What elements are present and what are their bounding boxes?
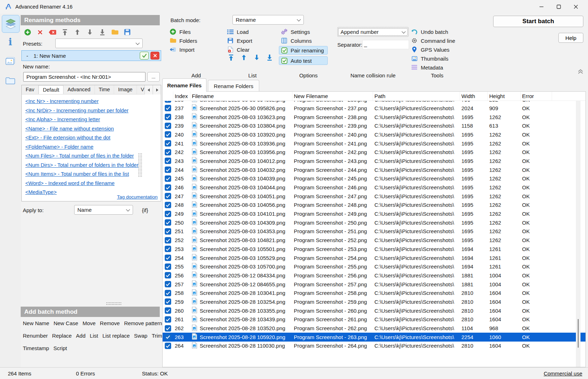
row-checkbox[interactable]: [163, 114, 173, 120]
tag-link[interactable]: <Num Dirs> - Total number of folders in …: [25, 161, 157, 170]
tag-link[interactable]: <Inc Nr> - Incrementing number: [25, 97, 157, 106]
tag-documentation-link[interactable]: Tag documentation: [117, 194, 158, 200]
settings-button[interactable]: Settings: [281, 28, 328, 35]
close-button[interactable]: [567, 0, 584, 14]
row-checkbox[interactable]: [163, 202, 173, 208]
add-folders-button[interactable]: Folders: [169, 37, 197, 44]
table-row[interactable]: 251Screenshot 2025-08-03 104353.pngProgr…: [163, 227, 586, 236]
row-checkbox[interactable]: [163, 175, 173, 182]
folder-view-button[interactable]: [0, 77, 21, 85]
row-checkbox[interactable]: [163, 334, 173, 340]
minimize-button[interactable]: [533, 0, 550, 14]
table-row[interactable]: 260Screenshot 2025-08-28 103355.pngProgr…: [163, 306, 586, 315]
start-batch-button[interactable]: Start batch: [493, 16, 583, 27]
tag-link[interactable]: <Name> - File name without extension: [25, 124, 157, 134]
row-checkbox[interactable]: [163, 307, 173, 314]
batch-method-swap[interactable]: Swap: [134, 333, 148, 339]
table-row[interactable]: 261Screenshot 2025-08-28 103439.pngProgr…: [163, 315, 586, 324]
help-button[interactable]: Help: [558, 33, 583, 43]
tag-link[interactable]: <Word> - Indexed word of the filename: [25, 179, 157, 188]
table-row[interactable]: 262Screenshot 2025-08-28 103520.pngProgr…: [163, 324, 586, 333]
clear-methods-icon-button[interactable]: [48, 28, 56, 36]
table-row[interactable]: 238Screenshot 2025-08-03 103623.pngProgr…: [163, 113, 586, 122]
table-row[interactable]: 263Screenshot 2025-08-28 105920.pngProgr…: [163, 333, 586, 342]
move-file-down-button[interactable]: [254, 55, 259, 62]
table-row[interactable]: 257Screenshot 2025-08-12 084655.pngProgr…: [163, 280, 586, 289]
row-checkbox[interactable]: [163, 140, 173, 147]
row-checkbox[interactable]: [163, 211, 173, 217]
info-view-button[interactable]: i: [0, 37, 21, 47]
command-line-button[interactable]: Command line: [411, 37, 455, 44]
vertical-splitter-handle[interactable]: [138, 153, 142, 177]
batch-method-list[interactable]: List: [90, 333, 98, 339]
table-row[interactable]: 250Screenshot 2025-08-03 104309.pngProgr…: [163, 218, 586, 227]
table-row[interactable]: 244Screenshot 2025-08-03 104032.pngProgr…: [163, 165, 586, 174]
row-checkbox[interactable]: [163, 101, 173, 103]
row-checkbox[interactable]: [163, 325, 173, 332]
row-checkbox[interactable]: [163, 281, 173, 287]
remove-method-button[interactable]: [36, 28, 44, 36]
tag-link[interactable]: <FolderName> - Folder name: [25, 143, 157, 152]
renaming-methods-view-button[interactable]: [2, 15, 20, 33]
col-height[interactable]: Height: [488, 92, 521, 101]
collapse-toolbar-button[interactable]: [578, 69, 583, 75]
move-file-bottom-button[interactable]: [267, 55, 272, 62]
tab-rename-files[interactable]: Rename Files: [162, 78, 206, 92]
table-row[interactable]: 259Screenshot 2025-08-28 103254.pngProgr…: [163, 297, 586, 306]
batch-mode-combobox[interactable]: Rename: [232, 15, 304, 25]
pair-renaming-toggle[interactable]: Pair renaming: [279, 46, 328, 55]
row-checkbox[interactable]: [163, 290, 173, 296]
table-row[interactable]: 236Screenshot 2025-06-30 094002.pngProgr…: [163, 101, 586, 104]
method-enabled-checkbox[interactable]: [140, 52, 149, 60]
batch-method-replace[interactable]: Replace: [52, 333, 72, 339]
license-link[interactable]: Commercial use: [544, 370, 582, 377]
row-checkbox[interactable]: [163, 263, 173, 270]
table-row[interactable]: 255Screenshot 2025-08-03 105700.pngProgr…: [163, 262, 586, 271]
table-row[interactable]: 237Screenshot 2025-06-30 095826.pngProgr…: [163, 104, 586, 113]
table-row[interactable]: 243Screenshot 2025-08-03 104012.pngProgr…: [163, 157, 586, 165]
tag-link[interactable]: <Inc Alpha> - Incrementing letter: [25, 115, 157, 124]
batch-method-list-replace[interactable]: List replace: [102, 333, 130, 339]
tag-link[interactable]: <Num Files> - Total number of files in t…: [25, 152, 157, 161]
browse-button[interactable]: ...: [147, 72, 160, 82]
method-item-new-name[interactable]: - 1: New Name: [21, 50, 161, 61]
thumbnails-button[interactable]: Thumbnails: [411, 55, 455, 62]
tag-link[interactable]: <Num Items> - Total number of files in t…: [25, 170, 157, 179]
row-checkbox[interactable]: [163, 184, 173, 191]
tag-link[interactable]: <Ext> - File extension without the dot: [25, 133, 157, 143]
batch-method-timestamp[interactable]: Timestamp: [23, 345, 49, 352]
batch-method-add[interactable]: Add: [76, 333, 86, 339]
horizontal-splitter-handle[interactable]: [106, 302, 121, 306]
tab-scroll-right-button[interactable]: [153, 85, 161, 94]
apply-to-combobox[interactable]: Name: [74, 205, 133, 215]
columns-button[interactable]: Columns: [281, 37, 328, 44]
move-file-up-button[interactable]: [241, 55, 246, 62]
undo-batch-button[interactable]: Undo batch: [411, 28, 455, 35]
image-view-button[interactable]: [0, 57, 21, 66]
col-index[interactable]: Index: [173, 92, 190, 101]
table-row[interactable]: 246Screenshot 2025-08-03 104044.pngProgr…: [163, 183, 586, 192]
open-preset-folder-button[interactable]: [111, 28, 119, 36]
table-row[interactable]: 241Screenshot 2025-08-03 103936.pngProgr…: [163, 139, 586, 148]
export-list-button[interactable]: Export: [227, 37, 252, 44]
move-method-bottom-button[interactable]: [98, 28, 106, 36]
metadata-button[interactable]: Metadata: [411, 64, 455, 71]
row-checkbox[interactable]: [163, 123, 173, 129]
col-checkbox[interactable]: [163, 92, 173, 101]
batch-method-new-name[interactable]: New Name: [23, 320, 49, 327]
batch-method-remove[interactable]: Remove: [100, 320, 120, 327]
table-row[interactable]: 247Screenshot 2025-08-03 104051.pngProgr…: [163, 192, 586, 201]
table-row[interactable]: 239Screenshot 2025-08-03 103804.pngProgr…: [163, 121, 586, 130]
row-checkbox[interactable]: [163, 228, 173, 235]
row-checkbox[interactable]: [163, 219, 173, 226]
col-error[interactable]: Error: [521, 92, 552, 101]
batch-method-remove-pattern[interactable]: Remove pattern: [124, 320, 162, 327]
col-width[interactable]: Width: [460, 92, 488, 101]
add-method-button[interactable]: [24, 28, 31, 36]
col-filename[interactable]: Filename: [190, 92, 292, 101]
method-collapse-toggle[interactable]: -: [26, 53, 28, 59]
move-file-top-button[interactable]: [229, 55, 234, 62]
vertical-scrollbar[interactable]: [576, 101, 581, 367]
tag-tab-fav[interactable]: Fav: [22, 85, 39, 94]
table-row[interactable]: 240Screenshot 2025-08-03 103920.pngProgr…: [163, 130, 586, 139]
